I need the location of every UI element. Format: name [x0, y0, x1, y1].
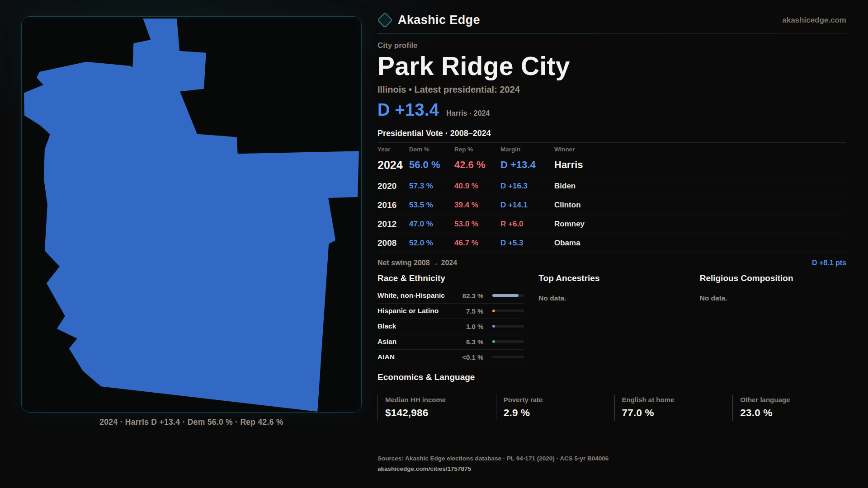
net-swing-label: Net swing 2008 → 2024	[377, 259, 457, 267]
stat-value: 23.0 %	[740, 407, 846, 419]
dem-cell: 53.5 %	[409, 201, 454, 210]
headline-margin-row: D +13.4 Harris · 2024	[377, 100, 846, 120]
site-domain-link[interactable]: akashicedge.com	[782, 16, 846, 25]
race-value: 1.0 %	[454, 323, 492, 330]
winner-cell: Obama	[554, 239, 846, 248]
page-title: Park Ridge City	[377, 53, 846, 80]
vote-table: Year Dem % Rep % Margin Winner 2024 56.0…	[377, 142, 846, 253]
economics-title: Economics & Language	[377, 372, 846, 387]
diamond-logo-icon	[377, 12, 393, 28]
economics-stats: Median HH income $142,986 Poverty rate 2…	[377, 395, 846, 421]
vote-table-header: Year Dem % Rep % Margin Winner	[377, 143, 846, 154]
winner-cell: Harris	[554, 159, 846, 171]
religion-empty-state: No data.	[700, 294, 846, 302]
table-row: 2024 56.0 % 42.6 % D +13.4 Harris	[377, 154, 846, 177]
stat-value: $142,986	[385, 407, 491, 419]
economics-section: Economics & Language Median HH income $1…	[377, 372, 846, 421]
vote-table-title: Presidential Vote · 2008–2024	[377, 129, 846, 138]
stat-card: Median HH income $142,986	[377, 395, 491, 421]
headline-margin-context: Harris · 2024	[446, 109, 490, 117]
margin-cell: D +13.4	[500, 159, 554, 171]
race-label: AIAN	[377, 353, 454, 361]
table-row: 2020 57.3 % 40.9 % D +16.3 Biden	[377, 177, 846, 196]
col-dem: Dem %	[409, 146, 454, 153]
rep-cell: 39.4 %	[454, 201, 500, 210]
race-value: 7.5 %	[454, 307, 492, 315]
table-row: 2012 47.0 % 53.0 % R +6.0 Romney	[377, 215, 846, 234]
race-bar-fill	[492, 325, 495, 328]
religion-section: Religious Composition No data.	[700, 273, 846, 365]
stat-label: Median HH income	[385, 396, 491, 404]
race-bar-fill	[492, 310, 495, 312]
net-swing-row: Net swing 2008 → 2024 D +8.1 pts	[377, 253, 846, 272]
winner-cell: Romney	[554, 220, 846, 229]
winner-cell: Clinton	[554, 201, 846, 210]
header-divider	[377, 33, 846, 33]
list-item: Hispanic or Latino 7.5 %	[377, 304, 524, 319]
col-year: Year	[377, 146, 409, 153]
year-cell: 2012	[377, 219, 409, 229]
city-map	[22, 17, 361, 412]
religion-title: Religious Composition	[700, 273, 846, 288]
race-bar	[492, 310, 524, 312]
page-subtitle: Illinois • Latest presidential: 2024	[377, 84, 846, 95]
margin-cell: R +6.0	[500, 220, 554, 229]
demographics-columns: Race & Ethnicity White, non-Hispanic 82.…	[377, 273, 846, 365]
race-bar	[492, 294, 524, 297]
profile-panel: Akashic Edge akashicedge.com City profil…	[377, 13, 846, 473]
footer-divider	[377, 448, 613, 448]
permalink[interactable]: akashicedge.com/cities/1757875	[377, 465, 471, 472]
margin-cell: D +16.3	[500, 182, 554, 191]
race-value: 82.3 %	[454, 292, 492, 300]
race-bar	[492, 325, 524, 328]
col-winner: Winner	[554, 146, 846, 153]
list-item: AIAN <0.1 %	[377, 350, 524, 365]
margin-cell: D +5.3	[500, 239, 554, 248]
stat-card: Other language 23.0 %	[732, 395, 846, 421]
page-footer: Sources: Akashic Edge elections database…	[377, 448, 846, 473]
rep-cell: 53.0 %	[454, 220, 500, 229]
race-label: Black	[377, 322, 454, 330]
brand-name: Akashic Edge	[398, 13, 480, 27]
headline-margin: D +13.4	[377, 100, 439, 120]
table-row: 2008 52.0 % 46.7 % D +5.3 Obama	[377, 234, 846, 253]
stat-card: English at home 77.0 %	[614, 395, 728, 421]
race-bar-fill	[492, 340, 495, 343]
col-margin: Margin	[500, 146, 554, 153]
page-kicker: City profile	[377, 41, 846, 50]
site-header: Akashic Edge akashicedge.com	[377, 13, 846, 28]
ancestries-title: Top Ancestries	[538, 273, 685, 288]
year-cell: 2020	[377, 181, 409, 191]
race-bar	[492, 340, 524, 343]
list-item: Black 1.0 %	[377, 319, 524, 334]
list-item: Asian 6.3 %	[377, 334, 524, 350]
stat-label: Poverty rate	[504, 396, 610, 404]
rep-cell: 40.9 %	[454, 182, 500, 191]
race-ethnicity-title: Race & Ethnicity	[377, 273, 524, 288]
ancestries-section: Top Ancestries No data.	[538, 273, 685, 365]
stat-value: 2.9 %	[504, 407, 610, 419]
dem-cell: 56.0 %	[409, 159, 454, 171]
stat-label: English at home	[622, 396, 728, 404]
list-item: White, non-Hispanic 82.3 %	[377, 288, 524, 304]
race-value: <0.1 %	[454, 353, 492, 361]
dem-cell: 47.0 %	[409, 220, 454, 229]
dem-cell: 57.3 %	[409, 182, 454, 191]
margin-cell: D +14.1	[500, 201, 554, 210]
city-map-panel	[21, 16, 362, 413]
year-cell: 2016	[377, 200, 409, 210]
net-swing-value: D +8.1 pts	[812, 259, 846, 267]
col-rep: Rep %	[454, 146, 500, 153]
race-label: Hispanic or Latino	[377, 307, 454, 315]
race-label: White, non-Hispanic	[377, 291, 454, 300]
year-cell: 2008	[377, 238, 409, 248]
sources-text: Sources: Akashic Edge elections database…	[377, 455, 846, 462]
race-value: 6.3 %	[454, 338, 492, 346]
ancestries-empty-state: No data.	[538, 294, 685, 302]
stat-value: 77.0 %	[622, 407, 728, 419]
year-cell: 2024	[377, 159, 409, 172]
table-row: 2016 53.5 % 39.4 % D +14.1 Clinton	[377, 196, 846, 215]
rep-cell: 42.6 %	[454, 159, 500, 171]
winner-cell: Biden	[554, 182, 846, 191]
race-bar-fill	[492, 294, 519, 297]
